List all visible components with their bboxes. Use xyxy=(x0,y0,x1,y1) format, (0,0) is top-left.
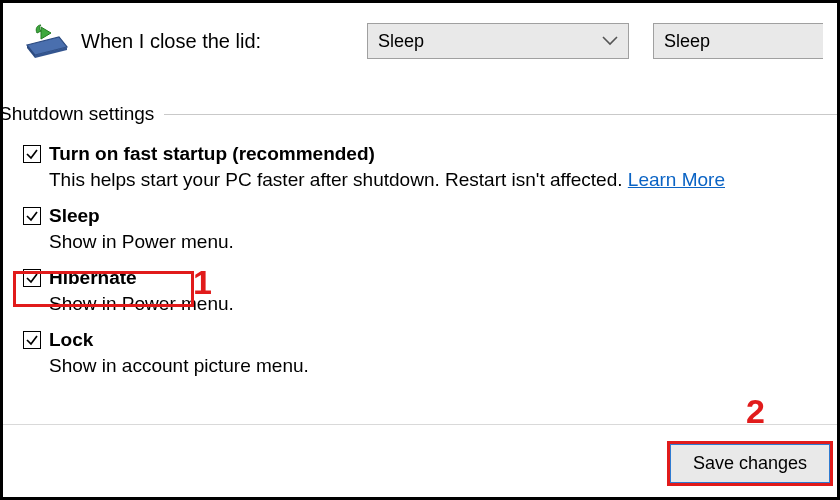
hibernate-label: Hibernate xyxy=(49,267,137,289)
lock-label: Lock xyxy=(49,329,93,351)
sleep-label: Sleep xyxy=(49,205,100,227)
close-lid-label: When I close the lid: xyxy=(81,30,261,53)
lid-action-plugged-select[interactable]: Sleep xyxy=(653,23,823,59)
learn-more-link[interactable]: Learn More xyxy=(628,169,725,190)
divider xyxy=(164,114,837,115)
shutdown-settings-heading: Shutdown settings xyxy=(0,103,164,125)
lid-action-battery-select[interactable]: Sleep xyxy=(367,23,629,59)
sleep-checkbox[interactable] xyxy=(23,207,41,225)
button-bar: Save changes xyxy=(3,424,837,497)
lid-action-plugged-value: Sleep xyxy=(664,31,710,52)
chevron-down-icon xyxy=(602,36,618,46)
laptop-lid-icon xyxy=(21,21,81,61)
hibernate-desc: Show in Power menu. xyxy=(49,293,837,315)
hibernate-checkbox[interactable] xyxy=(23,269,41,287)
lid-action-battery-value: Sleep xyxy=(378,31,424,52)
fast-startup-desc: This helps start your PC faster after sh… xyxy=(49,169,837,191)
save-changes-button[interactable]: Save changes xyxy=(669,443,831,484)
sleep-desc: Show in Power menu. xyxy=(49,231,837,253)
annotation-number-1: 1 xyxy=(193,263,212,302)
fast-startup-label: Turn on fast startup (recommended) xyxy=(49,143,375,165)
lock-desc: Show in account picture menu. xyxy=(49,355,837,377)
lock-checkbox[interactable] xyxy=(23,331,41,349)
fast-startup-checkbox[interactable] xyxy=(23,145,41,163)
